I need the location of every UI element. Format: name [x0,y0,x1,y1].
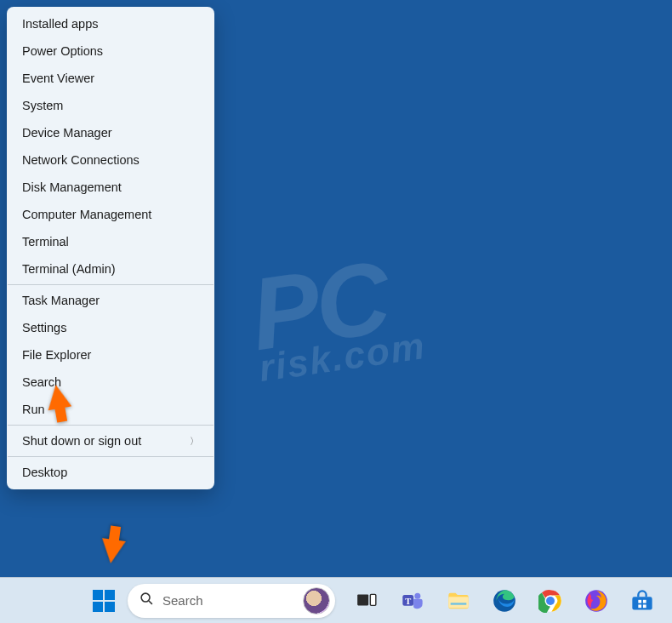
chevron-right-icon: 〉 [190,435,199,448]
svg-text:T: T [405,596,411,605]
svg-rect-8 [451,603,467,604]
menu-item-device-manager[interactable]: Device Manager [7,119,214,146]
svg-rect-3 [370,594,376,605]
menu-item-run[interactable]: Run [7,396,214,423]
svg-line-1 [149,601,152,604]
taskbar: Search T [0,577,672,623]
menu-item-system[interactable]: System [7,92,214,119]
svg-point-0 [141,593,150,602]
menu-item-shutdown-signout[interactable]: Shut down or sign out 〉 [7,427,214,454]
file-explorer-button[interactable] [441,583,476,619]
svg-rect-15 [643,599,646,603]
menu-item-terminal-admin[interactable]: Terminal (Admin) [7,255,214,283]
teams-button[interactable]: T [395,583,430,619]
taskbar-pinned-icons: T [349,583,660,619]
svg-rect-2 [357,594,368,605]
svg-rect-17 [643,604,646,608]
annotation-arrow-start [99,538,126,565]
search-highlight-avatar[interactable] [303,587,330,614]
menu-item-computer-management[interactable]: Computer Management [7,201,214,228]
menu-item-disk-management[interactable]: Disk Management [7,174,214,201]
watermark-main: PC [244,239,394,371]
svg-rect-14 [638,599,641,603]
svg-rect-7 [448,597,468,608]
svg-rect-16 [638,604,641,608]
menu-separator [8,284,214,285]
watermark: PC risk.com [243,233,428,390]
menu-item-network-connections[interactable]: Network Connections [7,146,214,174]
menu-separator [8,425,214,426]
edge-button[interactable] [487,583,522,619]
chrome-button[interactable] [532,583,568,619]
search-placeholder: Search [162,593,294,608]
edge-icon [493,589,516,613]
menu-item-file-explorer[interactable]: File Explorer [7,341,214,369]
taskview-icon [356,590,378,612]
menu-item-desktop[interactable]: Desktop [7,459,214,486]
start-button[interactable] [88,582,119,620]
store-button[interactable] [624,583,660,619]
taskview-button[interactable] [349,583,384,619]
chrome-icon [538,589,562,613]
menu-item-search[interactable]: Search [7,369,214,396]
svg-point-12 [546,596,555,604]
watermark-sub: risk.com [257,324,429,390]
winx-context-menu: Installed apps Power Options Event Viewe… [7,7,214,489]
file-explorer-icon [447,589,470,613]
menu-item-task-manager[interactable]: Task Manager [7,287,214,314]
store-icon [630,589,654,613]
menu-item-event-viewer[interactable]: Event Viewer [7,65,214,92]
search-icon [140,592,154,609]
menu-item-installed-apps[interactable]: Installed apps [7,10,214,37]
taskbar-search[interactable]: Search [128,584,335,618]
firefox-button[interactable] [578,583,614,619]
firefox-icon [584,589,608,613]
svg-point-6 [414,592,420,598]
teams-icon: T [401,589,424,613]
menu-item-terminal[interactable]: Terminal [7,228,214,255]
menu-separator [8,456,214,457]
annotation-arrow-settings [44,383,71,410]
menu-item-settings[interactable]: Settings [7,314,214,341]
menu-item-power-options[interactable]: Power Options [7,37,214,65]
windows-logo-icon [93,590,115,612]
